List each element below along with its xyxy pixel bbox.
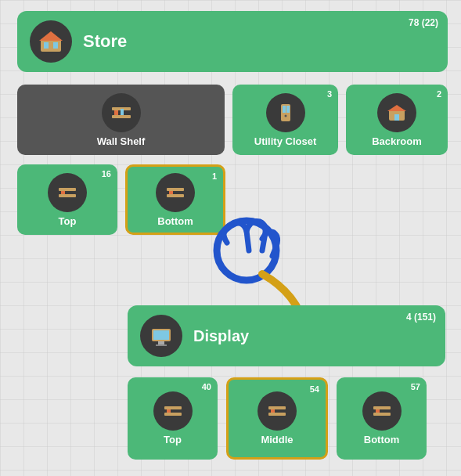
svg-marker-13 [387,105,406,111]
utility-closet-card[interactable]: 3 Utility Closet [232,85,338,155]
svg-rect-33 [373,406,391,409]
bottom-label: Bottom [157,215,193,227]
backroom-svg [386,102,408,124]
store-svg-icon [38,28,64,55]
display-title: Display [193,327,249,345]
top-left-svg [56,182,78,204]
svg-rect-18 [167,188,184,191]
svg-marker-3 [39,31,63,41]
wall-shelf-svg [110,101,133,124]
svg-rect-30 [268,406,286,409]
svg-rect-7 [121,109,124,115]
utility-closet-svg [275,102,297,124]
svg-rect-32 [271,409,275,413]
middle-card[interactable]: 54 Middle [226,377,328,460]
svg-rect-6 [114,110,118,115]
svg-rect-16 [59,194,76,197]
bottom-right-label: Bottom [364,434,400,445]
utility-closet-label: Utility Closet [254,135,316,147]
top-mid-svg [162,400,184,422]
display-badge: 4 (151) [406,312,436,323]
store-badge: 78 (22) [409,17,438,28]
wall-shelf-label: Wall Shelf [97,135,146,147]
backroom-icon [377,93,416,132]
display-icon [140,315,182,357]
backroom-card[interactable]: 2 Backroom [346,85,448,155]
top-mid-badge: 40 [202,382,211,391]
bottom-svg [164,182,186,204]
svg-rect-1 [44,42,49,49]
store-icon [30,20,72,63]
svg-rect-29 [167,409,171,413]
bottom-right-svg [371,400,393,422]
middle-badge: 54 [310,384,319,394]
svg-rect-25 [158,341,164,344]
display-svg-icon [148,323,175,349]
bottom-right-icon [362,391,402,431]
wall-shelf-card[interactable]: Wall Shelf [17,85,225,155]
middle-svg [266,400,288,422]
top-left-badge: 16 [102,169,111,178]
svg-rect-20 [169,191,173,194]
store-card[interactable]: Store 78 (22) [17,11,448,72]
display-card[interactable]: Display 4 (151) [128,305,445,366]
bottom-badge: 1 [212,171,217,181]
svg-rect-2 [53,42,58,49]
svg-rect-27 [164,406,182,409]
middle-icon [258,391,297,431]
bottom-icon [156,173,195,212]
top-mid-label: Top [164,434,182,445]
top-left-card[interactable]: 16 Top [17,164,117,235]
svg-point-11 [284,114,286,117]
svg-rect-15 [59,188,76,191]
bottom-right-card[interactable]: 57 Bottom [337,377,427,460]
svg-rect-10 [286,106,290,113]
svg-rect-14 [394,114,399,121]
svg-rect-0 [41,39,61,52]
svg-rect-34 [373,413,391,416]
bottom-right-badge: 57 [411,382,420,391]
svg-rect-26 [156,344,167,346]
top-mid-card[interactable]: 40 Top [128,377,218,460]
utility-closet-icon [266,93,305,132]
svg-rect-28 [164,413,182,416]
utility-closet-badge: 3 [327,89,332,99]
wall-shelf-icon [102,93,141,132]
svg-point-21 [217,221,276,280]
middle-label: Middle [261,434,293,445]
svg-rect-17 [61,191,65,194]
bottom-card[interactable]: 1 Bottom [125,164,225,235]
svg-rect-19 [167,194,184,197]
svg-rect-35 [376,409,380,413]
top-left-icon [48,173,87,212]
svg-rect-24 [153,330,169,340]
store-title: Store [83,31,127,52]
svg-rect-9 [283,106,286,113]
svg-rect-31 [268,413,286,416]
top-left-label: Top [59,215,77,227]
svg-rect-5 [112,115,131,118]
backroom-badge: 2 [437,89,441,99]
top-mid-icon [153,391,193,431]
backroom-label: Backroom [372,135,422,147]
